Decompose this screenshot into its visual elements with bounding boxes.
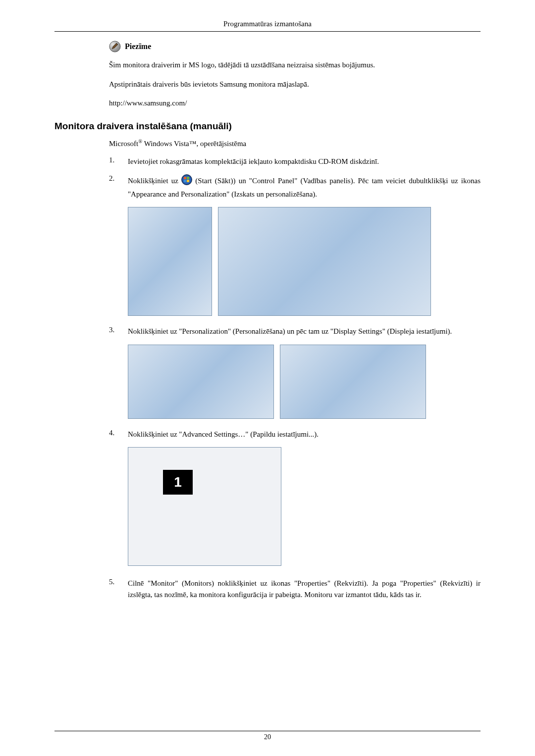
- step-3-number: 3.: [109, 326, 128, 337]
- note-line-2: Apstiprinātais draiveris būs ievietots S…: [109, 79, 481, 90]
- header-title: Programmatūras izmantošana: [223, 20, 312, 28]
- note-line-1: Šim monitora draiverim ir MS logo, tādēj…: [109, 59, 481, 71]
- note-title-row: Piezīme: [109, 41, 481, 52]
- vista-display-settings-image: 1: [128, 447, 281, 566]
- step-4-number: 4.: [109, 429, 128, 440]
- svg-rect-5: [184, 180, 186, 182]
- vista-start-orb-icon: [181, 174, 192, 189]
- step-1: 1. Ievietojiet rokasgrāmatas komplektāci…: [109, 156, 481, 167]
- step-4-text: Noklikšķiniet uz "Advanced Settings…" (P…: [128, 429, 481, 440]
- step-2-images: [128, 207, 481, 316]
- page-number: 20: [264, 733, 271, 741]
- section-heading: Monitora draivera instalēšana (manuāli): [54, 121, 481, 132]
- vista-start-menu-image: [128, 207, 212, 316]
- step-2: 2. Noklikšķiniet uz (Start (Sākt)) un "C…: [109, 174, 481, 201]
- section-body: Microsoft® Windows Vista™, operētājsistē…: [109, 139, 481, 201]
- svg-rect-6: [187, 180, 189, 182]
- step-1-number: 1.: [109, 156, 128, 167]
- pencil-icon: [109, 41, 121, 52]
- os-prefix: Microsoft: [109, 140, 138, 148]
- step-5-text: Cilnē "Monitor" (Monitors) noklikšķiniet…: [128, 578, 481, 601]
- step-3-images: [128, 345, 481, 419]
- note-block: Piezīme Šim monitora draiverim ir MS log…: [109, 41, 481, 109]
- registered-mark: ®: [138, 139, 142, 144]
- os-line: Microsoft® Windows Vista™, operētājsistē…: [109, 139, 481, 148]
- vista-appearance-image: [128, 345, 274, 419]
- step-2-text: Noklikšķiniet uz (Start (Sākt)) un "Cont…: [128, 174, 481, 201]
- step-2-number: 2.: [109, 174, 128, 201]
- step-2-text-before: Noklikšķiniet uz: [128, 177, 181, 185]
- svg-point-2: [182, 175, 191, 184]
- page-header: Programmatūras izmantošana: [54, 20, 481, 32]
- vista-personalization-image: [280, 345, 426, 419]
- svg-rect-4: [187, 177, 189, 179]
- step-4: 4. Noklikšķiniet uz "Advanced Settings…"…: [109, 429, 481, 440]
- step-3: 3. Noklikšķiniet uz "Personalization" (P…: [109, 326, 481, 337]
- note-link: http://www.samsung.com/: [109, 98, 481, 109]
- os-suffix: Windows Vista™, operētājsistēma: [142, 140, 246, 148]
- step-5-number: 5.: [109, 578, 128, 601]
- note-label: Piezīme: [125, 42, 151, 51]
- step-4-image-wrap: 1: [128, 447, 481, 568]
- page-footer: 20: [54, 731, 481, 741]
- step-3-text: Noklikšķiniet uz "Personalization" (Pers…: [128, 326, 481, 337]
- step-1-text: Ievietojiet rokasgrāmatas komplektācijā …: [128, 156, 481, 167]
- svg-rect-3: [184, 177, 186, 179]
- monitor-number-1: 1: [163, 470, 193, 495]
- vista-control-panel-image: [218, 207, 431, 316]
- step-5: 5. Cilnē "Monitor" (Monitors) noklikšķin…: [109, 578, 481, 601]
